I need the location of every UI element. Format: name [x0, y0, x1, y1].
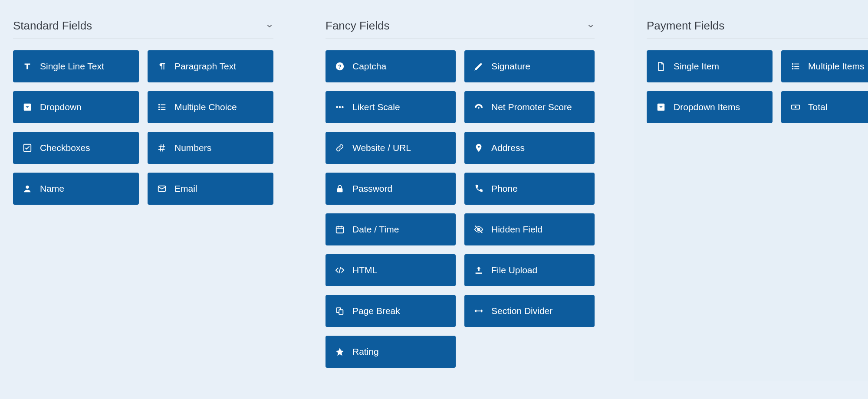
- ellipsis-icon: [335, 102, 345, 112]
- eye-slash-icon: [474, 225, 483, 234]
- field-label: Rating: [352, 347, 379, 357]
- field-label: Name: [40, 183, 64, 194]
- field-phone[interactable]: Phone: [464, 173, 595, 205]
- caret-square-icon: [656, 102, 666, 112]
- field-website-url[interactable]: Website / URL: [326, 132, 456, 164]
- field-email[interactable]: Email: [148, 173, 273, 205]
- list-icon: [791, 62, 800, 71]
- field-signature[interactable]: Signature: [464, 50, 595, 82]
- field-net-promoter-score[interactable]: Net Promoter Score: [464, 91, 595, 123]
- question-circle-icon: ?: [335, 62, 345, 71]
- svg-text:?: ?: [338, 63, 342, 70]
- paragraph-icon: [157, 62, 167, 71]
- panel-header-fancy[interactable]: Fancy Fields: [326, 9, 595, 39]
- envelope-icon: [157, 184, 167, 193]
- svg-point-13: [339, 106, 341, 108]
- calendar-icon: [335, 225, 345, 234]
- field-likert-scale[interactable]: Likert Scale: [326, 91, 456, 123]
- text-cursor-icon: [23, 62, 32, 71]
- field-label: Signature: [491, 61, 530, 72]
- svg-point-14: [342, 106, 344, 108]
- field-password[interactable]: Password: [326, 173, 456, 205]
- panel-payment-fields: Payment Fields Single Item Multiple Item…: [634, 0, 868, 381]
- field-multiple-choice[interactable]: Multiple Choice: [148, 91, 273, 123]
- field-label: Captcha: [352, 61, 386, 72]
- panel-title-fancy: Fancy Fields: [326, 19, 389, 33]
- pin-icon: [474, 143, 483, 153]
- svg-point-1: [158, 104, 160, 106]
- panel-header-payment[interactable]: Payment Fields: [647, 9, 868, 39]
- field-label: HTML: [352, 265, 377, 275]
- field-paragraph-text[interactable]: Paragraph Text: [148, 50, 273, 82]
- field-name[interactable]: Name: [13, 173, 139, 205]
- field-label: Address: [491, 143, 525, 153]
- panel-title-standard: Standard Fields: [13, 19, 92, 33]
- field-label: Single Line Text: [40, 61, 104, 72]
- field-label: Section Divider: [491, 306, 552, 316]
- field-multiple-items[interactable]: Multiple Items: [781, 50, 868, 82]
- field-grid-standard: Single Line Text Paragraph Text Dropdown…: [13, 50, 273, 205]
- panel-header-standard[interactable]: Standard Fields: [13, 9, 273, 39]
- svg-rect-17: [337, 188, 343, 192]
- user-icon: [23, 184, 32, 193]
- field-single-item[interactable]: Single Item: [647, 50, 773, 82]
- field-label: Paragraph Text: [174, 61, 236, 72]
- panel-title-payment: Payment Fields: [647, 19, 724, 33]
- svg-point-5: [158, 109, 160, 111]
- svg-point-12: [336, 106, 338, 108]
- svg-rect-4: [161, 107, 165, 108]
- svg-rect-25: [794, 66, 799, 67]
- svg-point-22: [792, 63, 794, 65]
- svg-rect-27: [794, 69, 799, 69]
- svg-point-16: [478, 146, 480, 148]
- field-hidden-field[interactable]: Hidden Field: [464, 213, 595, 245]
- chevron-down-icon: [266, 22, 273, 30]
- list-icon: [157, 102, 167, 112]
- field-label: Total: [808, 102, 827, 112]
- field-checkboxes[interactable]: Checkboxes: [13, 132, 139, 164]
- chevron-down-icon: [587, 22, 595, 30]
- pages-icon: [335, 306, 345, 316]
- code-icon: [335, 265, 345, 275]
- hashtag-icon: [157, 143, 167, 153]
- field-label: Multiple Items: [808, 61, 865, 72]
- field-html[interactable]: HTML: [326, 254, 456, 286]
- link-icon: [335, 143, 345, 153]
- field-file-upload[interactable]: File Upload: [464, 254, 595, 286]
- svg-point-26: [792, 68, 794, 70]
- field-label: Password: [352, 183, 392, 194]
- field-label: Email: [174, 183, 197, 194]
- field-label: Dropdown Items: [674, 102, 740, 112]
- field-label: Numbers: [174, 143, 211, 153]
- field-single-line-text[interactable]: Single Line Text: [13, 50, 139, 82]
- file-icon: [656, 62, 666, 71]
- fields-container: Standard Fields Single Line Text Paragra…: [0, 0, 868, 381]
- field-label: Multiple Choice: [174, 102, 237, 112]
- field-dropdown[interactable]: Dropdown: [13, 91, 139, 123]
- field-label: Likert Scale: [352, 102, 400, 112]
- check-square-icon: [23, 143, 32, 153]
- svg-point-24: [792, 65, 794, 67]
- svg-point-8: [26, 186, 29, 189]
- field-label: Hidden Field: [491, 224, 542, 235]
- field-page-break[interactable]: Page Break: [326, 295, 456, 327]
- field-section-divider[interactable]: Section Divider: [464, 295, 595, 327]
- svg-point-3: [158, 106, 160, 108]
- pencil-icon: [474, 62, 483, 71]
- field-date-time[interactable]: Date / Time: [326, 213, 456, 245]
- field-label: Single Item: [674, 61, 719, 72]
- field-address[interactable]: Address: [464, 132, 595, 164]
- upload-icon: [474, 265, 483, 275]
- field-label: Page Break: [352, 306, 400, 316]
- field-rating[interactable]: Rating: [326, 336, 456, 368]
- field-captcha[interactable]: ? Captcha: [326, 50, 456, 82]
- field-numbers[interactable]: Numbers: [148, 132, 273, 164]
- field-total[interactable]: Total: [781, 91, 868, 123]
- panel-fancy-fields: Fancy Fields ? Captcha Signature Likert …: [312, 0, 608, 381]
- gauge-icon: [474, 102, 483, 112]
- svg-rect-21: [339, 310, 343, 314]
- svg-rect-23: [794, 64, 799, 65]
- field-dropdown-items[interactable]: Dropdown Items: [647, 91, 773, 123]
- field-label: Net Promoter Score: [491, 102, 572, 112]
- field-label: File Upload: [491, 265, 537, 275]
